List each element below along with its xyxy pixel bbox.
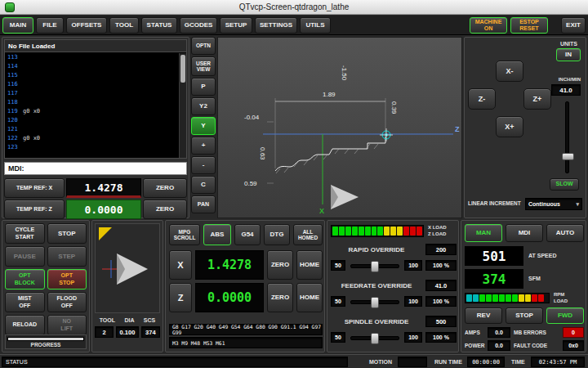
file-header: No File Loaded — [5, 40, 186, 52]
jog-rate-slider-thumb[interactable] — [562, 153, 574, 160]
spindle-rev-button[interactable]: REV — [465, 307, 502, 324]
tab-offsets[interactable]: OFFSETS — [66, 17, 107, 34]
time-label: TIME — [511, 359, 525, 365]
gremlin-preview[interactable]: 1.89 0.39 -1.50 -0.04 0.63 0.59 Z X — [217, 37, 462, 218]
spindle-stop-button[interactable]: STOP — [506, 307, 543, 324]
zoom-in-button[interactable]: + — [191, 137, 216, 155]
cycle-start-button[interactable]: CYCLE START — [5, 223, 45, 244]
view-y-button[interactable]: Y — [191, 117, 216, 135]
dro-x-value: 1.4278 — [195, 250, 264, 280]
opt-stop-button[interactable]: OPT STOP — [47, 269, 87, 289]
tab-gcodes[interactable]: GCODES — [180, 17, 217, 34]
view-p-button[interactable]: P — [191, 78, 216, 96]
estop-reset-button[interactable]: ESTOP RESET — [510, 17, 548, 34]
sfm-label: SFM — [528, 276, 541, 281]
zoom-out-button[interactable]: - — [191, 156, 216, 174]
step-button[interactable]: STEP — [47, 246, 87, 267]
gcode-scrollbar[interactable] — [179, 53, 186, 158]
gcode-scrollbar-thumb[interactable] — [180, 55, 185, 83]
tab-file[interactable]: FILE — [36, 17, 64, 34]
axis-z-button[interactable]: Z — [169, 283, 192, 312]
exit-button[interactable]: EXIT — [561, 17, 586, 34]
g54-button[interactable]: G54 — [234, 224, 261, 245]
dro-z-value: 0.0000 — [195, 283, 264, 312]
units-label: UNITS — [560, 41, 577, 47]
tab-settings[interactable]: SETTINGS — [255, 17, 297, 34]
titlebar: QTvcp-Screen-qtdragon_lathe — [0, 0, 588, 15]
motion-label: MOTION — [369, 359, 392, 365]
machine-on-button[interactable]: MACHINE ON — [470, 17, 507, 34]
axis-x-button[interactable]: X — [169, 250, 192, 280]
power-label: POWER — [465, 343, 485, 348]
window-title: QTvcp-Screen-qtdragon_lathe — [239, 2, 350, 11]
rapid-override-thumb[interactable] — [371, 261, 379, 272]
rapid-override-slider[interactable] — [350, 264, 399, 268]
view-y2-button[interactable]: Y2 — [191, 97, 216, 115]
view-user-view-button[interactable]: USER VIEW — [191, 56, 216, 76]
pause-button[interactable]: PAUSE — [5, 246, 45, 267]
dim-zneg: -1.50 — [341, 65, 348, 81]
spindle-override-thumb[interactable] — [371, 333, 379, 344]
linear-increment-select[interactable]: Continuous ▾ — [525, 198, 582, 210]
tab-main[interactable]: MAIN — [2, 17, 33, 34]
flood-button[interactable]: FLOOD OFF — [47, 292, 87, 312]
units-in-button[interactable]: IN — [556, 48, 581, 61]
no-lift-button[interactable]: NO LIFT — [47, 315, 87, 335]
profile-hatching — [276, 144, 378, 173]
rapid-pct: 100 % — [425, 260, 457, 271]
slow-button[interactable]: SLOW — [550, 178, 579, 191]
tab-status[interactable]: STATUS — [141, 17, 177, 34]
mdi-mode-button[interactable]: MDI — [506, 224, 543, 242]
opt-block-button[interactable]: OPT BLOCK — [5, 269, 45, 289]
jog-z-plus-button[interactable]: Z+ — [523, 88, 551, 110]
dtg-button[interactable]: DTG — [264, 224, 290, 245]
home-x-button[interactable]: HOME — [296, 250, 323, 280]
linear-increment-label: LINEAR INCREMENT — [468, 200, 521, 206]
reload-button[interactable]: RELOAD — [5, 315, 45, 335]
tab-utils[interactable]: UTILS — [300, 17, 331, 34]
z-axis-label: Z — [455, 125, 460, 133]
tool-marker — [380, 128, 393, 141]
toolbar-tabs: MAIN FILE OFFSETS TOOL STATUS GCODES SET… — [2, 17, 331, 34]
feedrate-override-thumb[interactable] — [371, 297, 379, 308]
scs-label: SCS — [144, 317, 155, 323]
mist-button[interactable]: MIST OFF — [5, 292, 45, 312]
abs-button[interactable]: ABS — [203, 224, 231, 245]
view-pan-button[interactable]: PAN — [191, 195, 216, 213]
spindle-min: 50 — [331, 332, 345, 343]
temp-ref-z-zero-button[interactable]: ZERO — [143, 200, 187, 219]
mdi-entry[interactable]: MDI: — [4, 162, 187, 175]
gcode-line: 121 — [5, 125, 178, 134]
zero-z-button[interactable]: ZERO — [267, 283, 293, 312]
gcode-file-view[interactable]: No File Loaded 113 114 115 116 117 118 1… — [4, 39, 187, 159]
jog-z-minus-button[interactable]: Z- — [468, 88, 496, 110]
auto-mode-button[interactable]: AUTO — [546, 224, 584, 242]
feedrate-override-slider[interactable] — [350, 300, 399, 304]
zero-x-button[interactable]: ZERO — [267, 250, 293, 280]
spindle-override-slider[interactable] — [350, 336, 399, 340]
app-icon — [5, 2, 15, 12]
mpg-scroll-button[interactable]: MPG SCROLL — [169, 224, 200, 245]
temp-ref-x-zero-button[interactable]: ZERO — [143, 178, 187, 198]
spindle-fwd-button[interactable]: FWD — [546, 307, 584, 324]
jog-x-plus-button[interactable]: X+ — [496, 116, 523, 137]
status-field: STATUS — [2, 357, 348, 367]
temp-ref-x-button[interactable]: TEMP REF: X — [4, 178, 65, 198]
man-mode-button[interactable]: MAN — [465, 224, 502, 242]
all-homed-button[interactable]: ALL HOMED — [293, 224, 323, 245]
view-optn-button[interactable]: OPTN — [191, 37, 216, 55]
stop-button[interactable]: STOP — [47, 223, 87, 244]
temp-ref-z-button[interactable]: TEMP REF: Z — [4, 200, 65, 219]
axis-load-meter — [331, 225, 424, 237]
view-c-button[interactable]: C — [191, 176, 216, 194]
home-z-button[interactable]: HOME — [296, 283, 323, 312]
jog-x-minus-button[interactable]: X- — [496, 61, 523, 82]
dia-label: DIA — [124, 317, 134, 323]
tab-setup[interactable]: SETUP — [220, 17, 252, 34]
jog-rate-slider[interactable] — [565, 101, 569, 173]
mb-errors-value: 0 — [563, 327, 584, 338]
spindle-max: 100 — [404, 332, 422, 343]
dim-right: 0.39 — [390, 101, 398, 114]
tab-tool[interactable]: TOOL — [109, 17, 139, 34]
progress-label: PROGRESS — [6, 342, 86, 348]
